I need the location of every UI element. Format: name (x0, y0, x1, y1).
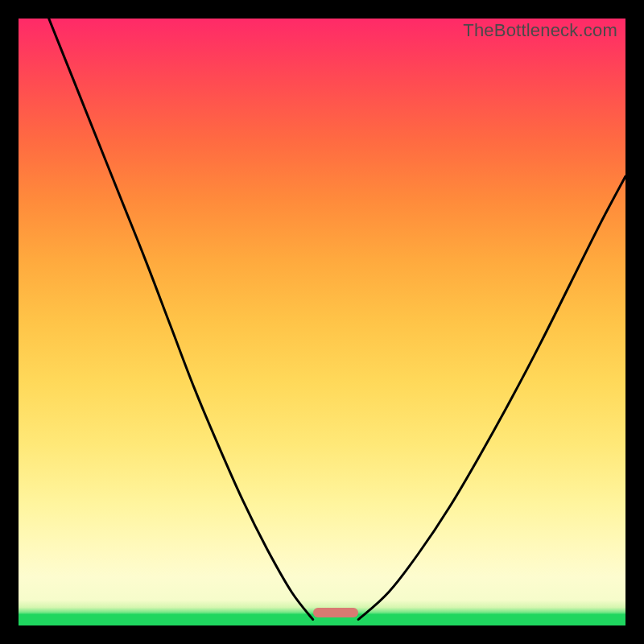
bottleneck-curve (19, 19, 625, 625)
curve-right-branch (358, 176, 625, 620)
plot-area: TheBottleneck.com (19, 19, 625, 625)
chart-frame: TheBottleneck.com (0, 0, 644, 644)
curve-left-branch (49, 19, 313, 620)
optimal-range-marker (313, 608, 359, 617)
